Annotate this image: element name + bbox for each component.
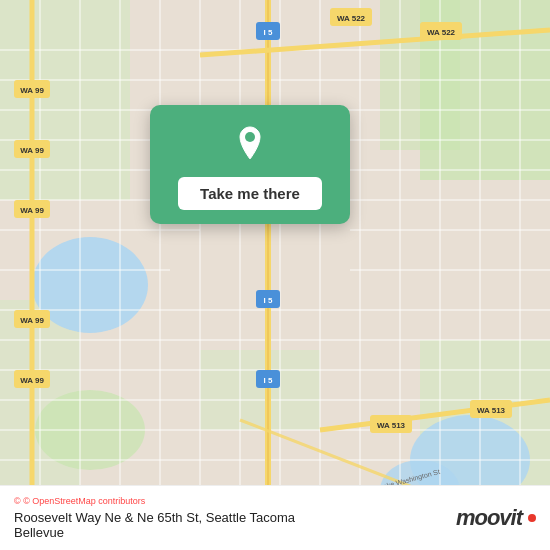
location-sub-text: Bellevue [14, 525, 295, 540]
svg-text:WA 513: WA 513 [377, 421, 406, 430]
location-text: Roosevelt Way Ne & Ne 65th St, Seattle T… [14, 510, 295, 525]
svg-text:WA 99: WA 99 [20, 146, 44, 155]
bottom-bar: © © OpenStreetMap contributors Roosevelt… [0, 485, 550, 550]
svg-text:WA 99: WA 99 [20, 376, 44, 385]
osm-credit: © © OpenStreetMap contributors [14, 496, 295, 506]
popup-card: Take me there [150, 105, 350, 224]
svg-text:WA 99: WA 99 [20, 86, 44, 95]
svg-text:WA 513: WA 513 [477, 406, 506, 415]
svg-point-72 [245, 132, 255, 142]
location-pin-icon [228, 123, 272, 167]
svg-text:WA 99: WA 99 [20, 206, 44, 215]
svg-text:I 5: I 5 [264, 376, 273, 385]
moovit-logo-text: moovit [456, 505, 522, 531]
svg-text:WA 99: WA 99 [20, 316, 44, 325]
take-me-there-button[interactable]: Take me there [178, 177, 322, 210]
svg-text:I 5: I 5 [264, 296, 273, 305]
svg-text:I 5: I 5 [264, 28, 273, 37]
moovit-logo: moovit [456, 505, 536, 531]
moovit-logo-dot [528, 514, 536, 522]
svg-text:WA 522: WA 522 [337, 14, 366, 23]
svg-rect-7 [200, 350, 320, 430]
copyright-icon: © [14, 496, 21, 506]
map-svg: WA 99 WA 99 WA 99 WA 99 WA 99 WA 522 WA … [0, 0, 550, 550]
map-container: WA 99 WA 99 WA 99 WA 99 WA 99 WA 522 WA … [0, 0, 550, 550]
svg-text:WA 522: WA 522 [427, 28, 456, 37]
bottom-left-info: © © OpenStreetMap contributors Roosevelt… [14, 496, 295, 540]
